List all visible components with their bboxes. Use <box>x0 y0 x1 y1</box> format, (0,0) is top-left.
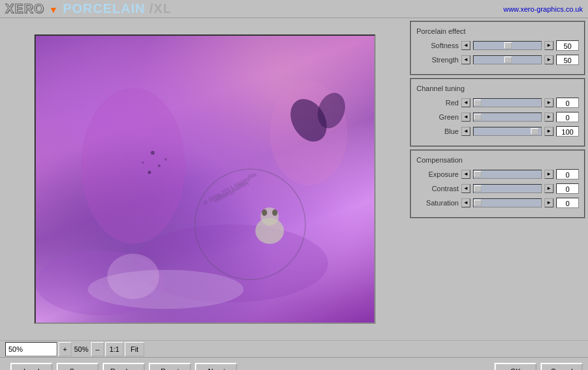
zoom-bar: 50% + 50% – 1:1 Fit <box>0 340 588 357</box>
svg-point-10 <box>148 171 151 174</box>
zoom-fit-button[interactable]: Fit <box>125 342 144 356</box>
zoom-out-button[interactable]: – <box>91 342 104 356</box>
green-label: Green <box>416 113 459 121</box>
red-thumb[interactable] <box>474 99 481 106</box>
svg-text:© 2008-2011  HappyRa: © 2008-2011 HappyRa <box>202 171 257 207</box>
cancel-button[interactable]: Cancel <box>541 363 583 371</box>
svg-point-7 <box>107 254 159 299</box>
exposure-increase-button[interactable]: ► <box>544 170 554 179</box>
blue-decrease-button[interactable]: ◄ <box>461 127 470 136</box>
controls-panel: Porcelain effect Softness ◄ ► 50 Strengt… <box>410 21 585 337</box>
red-increase-button[interactable]: ► <box>544 98 554 107</box>
strength-slider[interactable] <box>473 55 542 64</box>
saturation-increase-button[interactable]: ► <box>544 198 554 207</box>
blue-thumb[interactable] <box>531 128 539 135</box>
strength-thumb[interactable] <box>504 57 512 63</box>
exposure-decrease-button[interactable]: ◄ <box>461 170 470 179</box>
blue-value: 100 <box>556 126 579 137</box>
strength-increase-button[interactable]: ► <box>544 55 554 64</box>
softness-slider[interactable] <box>473 41 542 50</box>
contrast-decrease-button[interactable]: ◄ <box>461 184 470 193</box>
zoom-in-button[interactable]: + <box>58 342 71 356</box>
green-row: Green ◄ ► 0 <box>416 112 579 122</box>
svg-point-9 <box>158 165 160 167</box>
zoom-percent: 50% <box>8 345 23 353</box>
saturation-slider[interactable] <box>473 198 542 207</box>
random-button[interactable]: Random <box>103 363 145 371</box>
softness-thumb[interactable] <box>504 42 512 49</box>
contrast-thumb[interactable] <box>474 185 481 192</box>
image-svg-overlay: © 2008-2011 HappyRa HappyRatajjan <box>36 36 374 323</box>
right-buttons: OK Cancel <box>494 363 583 371</box>
zoom-ratio-button[interactable]: 1:1 <box>105 342 123 356</box>
channel-tuning-section: Channel tuning Red ◄ ► 0 Green ◄ ► 0 <box>410 78 585 147</box>
green-value: 0 <box>556 112 579 122</box>
reset-button[interactable]: Reset <box>149 363 191 371</box>
green-slider[interactable] <box>473 112 542 122</box>
red-slider[interactable] <box>473 98 542 107</box>
red-label: Red <box>416 99 459 107</box>
red-value: 0 <box>556 98 579 108</box>
canvas-area: © 2008-2011 HappyRa HappyRatajjan <box>3 21 407 337</box>
svg-point-18 <box>262 209 267 216</box>
blue-slider[interactable] <box>473 127 542 136</box>
compensation-section: Compensation Exposure ◄ ► 0 Contrast ◄ ► <box>410 150 585 218</box>
title-bar: XERO ▼ PORCELAIN /XL www.xero-graphics.c… <box>0 0 588 18</box>
saturation-row: Saturation ◄ ► 0 <box>416 198 579 208</box>
contrast-label: Contrast <box>416 185 459 192</box>
image-container: © 2008-2011 HappyRa HappyRatajjan <box>34 34 376 324</box>
contrast-increase-button[interactable]: ► <box>544 184 554 193</box>
svg-point-0 <box>81 88 185 244</box>
website-link[interactable]: www.xero-graphics.co.uk <box>504 5 583 13</box>
main-area: © 2008-2011 HappyRa HappyRatajjan Porcel… <box>0 18 588 340</box>
exposure-label: Exposure <box>416 170 459 178</box>
ok-button[interactable]: OK <box>494 363 537 371</box>
title-porcelain: PORCELAIN <box>63 1 146 16</box>
channel-tuning-title: Channel tuning <box>416 85 579 92</box>
save-button[interactable]: Save <box>57 363 99 371</box>
about-button[interactable]: About <box>195 363 237 371</box>
exposure-row: Exposure ◄ ► 0 <box>416 169 579 179</box>
blue-label: Blue <box>416 127 459 135</box>
saturation-decrease-button[interactable]: ◄ <box>461 198 470 207</box>
zoom-percent-label: 50% <box>73 345 90 353</box>
contrast-row: Contrast ◄ ► 0 <box>416 183 579 194</box>
exposure-value: 0 <box>556 169 579 179</box>
softness-row: Softness ◄ ► 50 <box>416 40 579 51</box>
softness-increase-button[interactable]: ► <box>544 41 554 50</box>
app-title: XERO ▼ PORCELAIN /XL <box>5 1 172 16</box>
softness-label: Softness <box>416 42 459 49</box>
title-xero: XERO <box>5 1 45 16</box>
svg-point-12 <box>142 162 144 164</box>
red-decrease-button[interactable]: ◄ <box>461 98 470 107</box>
saturation-value: 0 <box>556 198 579 208</box>
svg-point-8 <box>151 151 155 155</box>
left-buttons: Load Save Random Reset About <box>10 363 237 371</box>
blue-increase-button[interactable]: ► <box>544 127 554 136</box>
saturation-label: Saturation <box>416 199 459 207</box>
saturation-thumb[interactable] <box>474 200 481 206</box>
green-increase-button[interactable]: ► <box>544 112 554 122</box>
compensation-title: Compensation <box>416 156 579 164</box>
blue-row: Blue ◄ ► 100 <box>416 126 579 137</box>
porcelain-section: Porcelain effect Softness ◄ ► 50 Strengt… <box>410 21 585 75</box>
strength-label: Strength <box>416 56 459 64</box>
porcelain-section-title: Porcelain effect <box>416 27 579 35</box>
red-row: Red ◄ ► 0 <box>416 98 579 108</box>
svg-point-11 <box>164 158 167 161</box>
green-thumb[interactable] <box>474 114 481 120</box>
strength-value: 50 <box>556 55 579 65</box>
softness-decrease-button[interactable]: ◄ <box>461 41 470 50</box>
load-button[interactable]: Load <box>10 363 53 371</box>
image-canvas: © 2008-2011 HappyRa HappyRatajjan <box>36 36 374 323</box>
zoom-display: 50% <box>5 342 57 356</box>
title-arrow: ▼ <box>49 5 58 15</box>
contrast-value: 0 <box>556 183 579 194</box>
exposure-thumb[interactable] <box>474 171 481 178</box>
strength-decrease-button[interactable]: ◄ <box>461 55 470 64</box>
title-slash-xl: /XL <box>149 1 172 16</box>
exposure-slider[interactable] <box>473 170 542 179</box>
contrast-slider[interactable] <box>473 184 542 193</box>
green-decrease-button[interactable]: ◄ <box>461 112 470 122</box>
bottom-bar: Load Save Random Reset About OK Cancel <box>0 357 588 370</box>
